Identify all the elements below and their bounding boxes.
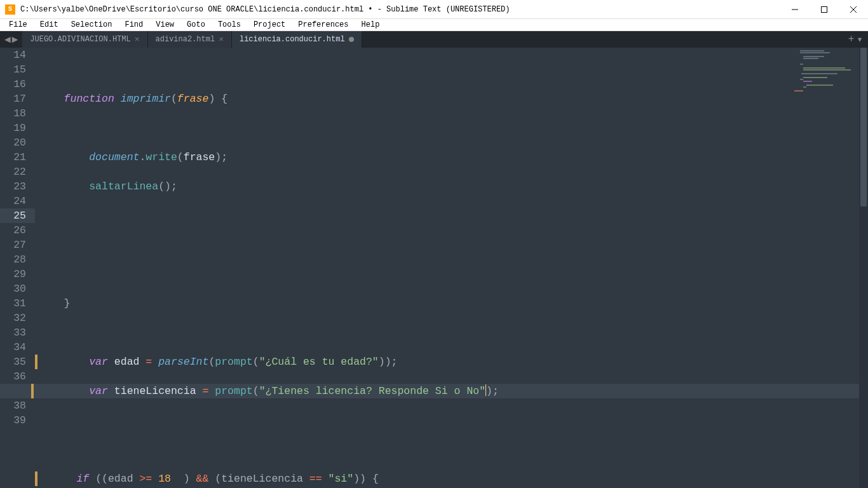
sublime-icon: S — [5, 4, 15, 15]
window-titlebar: S C:\Users\yalbe\OneDrive\Escritorio\cur… — [0, 0, 868, 19]
dirty-indicator-icon — [349, 37, 354, 42]
menu-view[interactable]: View — [149, 19, 180, 30]
code-area[interactable]: function imprimir(frase) { document.writ… — [35, 48, 868, 488]
menu-preferences[interactable]: Preferences — [292, 19, 355, 30]
close-icon[interactable]: × — [219, 35, 224, 44]
tab-menu-icon[interactable]: ▾ — [857, 33, 863, 46]
close-button[interactable] — [839, 0, 868, 19]
new-tab-icon[interactable]: + — [848, 34, 855, 45]
vertical-scrollbar[interactable] — [859, 48, 868, 488]
tab-liciencia[interactable]: liciencia.conducir.html — [232, 31, 362, 48]
tab-bar: ◀ ▶ JUEGO.ADIVINACION.HTML× adivina2.htm… — [0, 31, 868, 48]
menu-goto[interactable]: Goto — [180, 19, 212, 30]
close-icon[interactable]: × — [135, 35, 140, 44]
maximize-button[interactable] — [810, 0, 839, 19]
scrollbar-thumb[interactable] — [860, 48, 867, 207]
menubar: File Edit Selection Find View Goto Tools… — [0, 19, 868, 31]
tab-forward-icon[interactable]: ▶ — [12, 33, 18, 46]
tab-label: liciencia.conducir.html — [240, 35, 345, 44]
menu-help[interactable]: Help — [355, 19, 386, 30]
menu-tools[interactable]: Tools — [212, 19, 247, 30]
svg-rect-1 — [822, 6, 827, 12]
tab-label: adivina2.html — [156, 35, 215, 44]
minimize-button[interactable] — [780, 0, 810, 19]
line-gutter: 1415161718192021222324252627282930313233… — [0, 48, 35, 488]
menu-project[interactable]: Project — [247, 19, 292, 30]
editor[interactable]: 1415161718192021222324252627282930313233… — [0, 48, 868, 488]
tab-juego[interactable]: JUEGO.ADIVINACION.HTML× — [22, 31, 147, 48]
tab-adivina2[interactable]: adivina2.html× — [148, 31, 232, 48]
tab-history-nav: ◀ ▶ — [0, 31, 22, 48]
window-title: C:\Users\yalbe\OneDrive\Escritorio\curso… — [20, 5, 780, 14]
menu-find[interactable]: Find — [118, 19, 149, 30]
menu-selection[interactable]: Selection — [65, 19, 119, 30]
tab-label: JUEGO.ADIVINACION.HTML — [30, 35, 130, 44]
menu-file[interactable]: File — [3, 19, 34, 30]
menu-edit[interactable]: Edit — [34, 19, 65, 30]
minimap[interactable] — [789, 48, 859, 488]
tab-back-icon[interactable]: ◀ — [4, 33, 11, 46]
